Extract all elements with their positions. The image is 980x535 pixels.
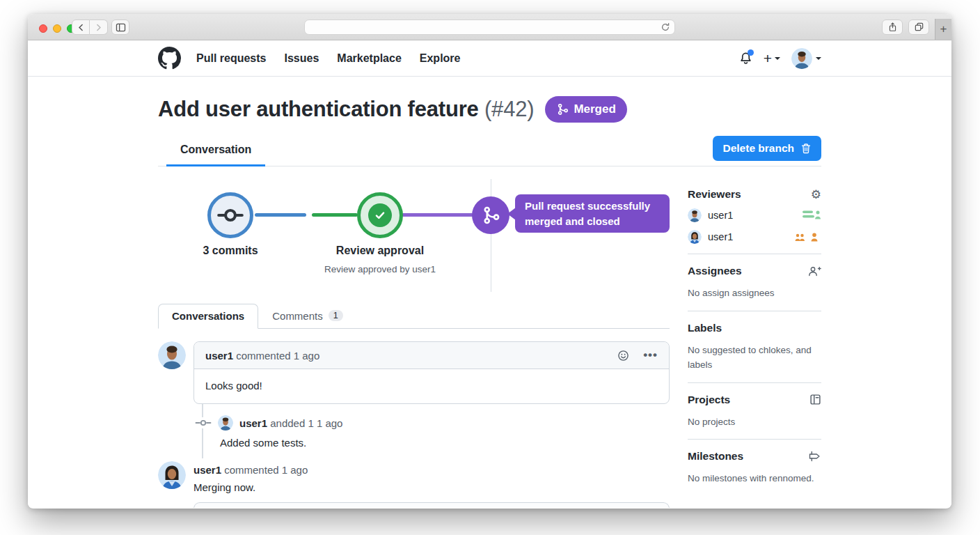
milestone-icon[interactable] [808, 451, 821, 462]
review-approval-node [357, 192, 403, 238]
github-logo-icon[interactable] [158, 47, 181, 70]
reviewer-row: user1 [688, 208, 821, 222]
notifications-button[interactable] [739, 52, 752, 65]
notification-dot [748, 49, 754, 56]
share-icon [888, 22, 897, 33]
comments-count-badge: 1 [329, 310, 343, 321]
comment: user1 commented 1 ago Merging now. [158, 461, 670, 493]
comment-author[interactable]: user1 [205, 350, 233, 362]
pr-sidebar: Reviewers ⚙ user1 user1 [688, 166, 821, 508]
traffic-lights [39, 24, 75, 33]
chevron-down-icon [775, 57, 780, 60]
assignees-title: Assignees [688, 265, 742, 277]
labels-title: Labels [688, 322, 722, 334]
address-bar[interactable] [304, 20, 675, 35]
sidebar-toggle-button[interactable] [111, 20, 129, 35]
comment-header: user1 commented 1 ago ••• [194, 342, 669, 369]
nav-issues[interactable]: Issues [284, 52, 319, 65]
review-approval-subtext: Review approved by user1 [324, 264, 436, 274]
sidebar-section-projects: Projects No projects [688, 383, 821, 440]
github-nav: Pull requests Issues Marketplace Explore [196, 52, 460, 65]
timeline-connector-blue [255, 213, 306, 217]
tab-conversation[interactable]: Conversation [166, 144, 265, 166]
merged-node [472, 196, 509, 234]
labels-empty-text: No suggested to chlokes, and labels [688, 343, 821, 373]
reload-icon[interactable] [661, 22, 670, 32]
commits-label[interactable]: 3 commits [203, 245, 258, 257]
browser-window: + Pull requests Issues Marketplace Explo… [28, 14, 951, 509]
sidebar-section-reviewers: Reviewers ⚙ user1 user1 [688, 166, 821, 254]
tabs-overview-icon [914, 22, 924, 32]
pr-tab-bar: Conversation Delete branch [158, 139, 821, 166]
avatar[interactable] [688, 230, 702, 244]
timeline-connector-purple [402, 213, 473, 217]
check-circle-icon [368, 203, 392, 227]
next-comment-card-partial [193, 502, 670, 508]
avatar[interactable] [158, 461, 186, 489]
event-meta: user1 andded 1 1 ago [239, 417, 342, 429]
new-tab-button[interactable]: + [935, 19, 951, 40]
smiley-icon[interactable] [617, 350, 629, 362]
reviewer-name[interactable]: user1 [708, 210, 733, 221]
back-button[interactable] [72, 20, 90, 35]
timeline-connector-green [312, 213, 358, 217]
reviewer-name[interactable]: user1 [708, 231, 733, 242]
chevron-down-icon [816, 57, 821, 60]
assignees-empty-text: No assign assignees [688, 286, 821, 301]
avatar[interactable] [688, 208, 702, 222]
minimize-window-button[interactable] [53, 24, 61, 33]
milestones-title: Milestones [688, 450, 743, 463]
nav-marketplace[interactable]: Marketplace [337, 52, 402, 65]
git-merge-icon [481, 206, 500, 225]
review-approval-label: Review approval [336, 245, 424, 257]
status-badge-merged: Merged [545, 96, 626, 123]
git-commit-icon [195, 417, 212, 428]
project-board-icon[interactable] [809, 394, 821, 405]
avatar[interactable] [218, 415, 233, 431]
sidebar-section-labels: Labels No suggested to chlokes, and labe… [688, 311, 821, 383]
comment-body: Merging now. [193, 481, 308, 493]
review-approved-icon [793, 210, 821, 221]
comment-card: user1 commented 1 ago ••• Looks good! [193, 341, 670, 404]
pr-number: (#42) [484, 97, 534, 121]
tab-comments[interactable]: Comments 1 [258, 303, 356, 328]
event-author[interactable]: user1 [239, 417, 267, 429]
user-menu[interactable] [791, 48, 821, 69]
share-button[interactable] [882, 20, 903, 35]
event-body: Added some tests. [158, 437, 670, 449]
timeline-event: user1 andded 1 1 ago Added some tests. [158, 404, 670, 458]
comment-author[interactable]: user1 [193, 464, 221, 476]
merged-banner: Pull request successfully merged and clo… [515, 194, 670, 233]
delete-branch-button[interactable]: Delete branch [713, 136, 821, 161]
tab-overview-button[interactable] [908, 20, 929, 35]
projects-title: Projects [688, 394, 730, 406]
comment-body: Looks good! [194, 369, 669, 403]
nav-explore[interactable]: Explore [420, 52, 461, 65]
chevron-left-icon [77, 23, 86, 32]
gear-icon[interactable]: ⚙ [811, 189, 821, 201]
chevron-right-icon [94, 23, 103, 32]
reviewers-title: Reviewers [688, 188, 741, 201]
git-merge-icon [556, 103, 569, 116]
comment-meta: user1 commented 1 ago [205, 350, 319, 362]
commits-node [207, 192, 253, 238]
merge-timeline: Pull request successfully merged and clo… [158, 175, 670, 295]
thread-tab-bar: Conversations Comments 1 [158, 303, 670, 329]
forward-button[interactable] [90, 20, 108, 35]
sidebar-section-milestones: Milestones No milestones with rennomed. [688, 440, 821, 496]
github-header: Pull requests Issues Marketplace Explore… [28, 40, 951, 77]
github-page: Pull requests Issues Marketplace Explore… [28, 40, 951, 508]
kebab-menu-icon[interactable]: ••• [643, 348, 658, 362]
create-new-menu[interactable]: + [764, 50, 780, 67]
trash-icon [800, 143, 812, 155]
nav-pull-requests[interactable]: Pull requests [196, 52, 266, 65]
reviewer-row: user1 [688, 230, 821, 244]
avatar [791, 48, 812, 69]
person-add-icon[interactable] [808, 265, 821, 277]
page-title: Add user authentication feature (#42) [158, 97, 534, 122]
close-window-button[interactable] [39, 24, 47, 33]
projects-empty-text: No projects [688, 414, 821, 430]
git-commit-icon [217, 202, 244, 228]
tab-conversations[interactable]: Conversations [158, 304, 258, 329]
avatar[interactable] [158, 341, 186, 369]
